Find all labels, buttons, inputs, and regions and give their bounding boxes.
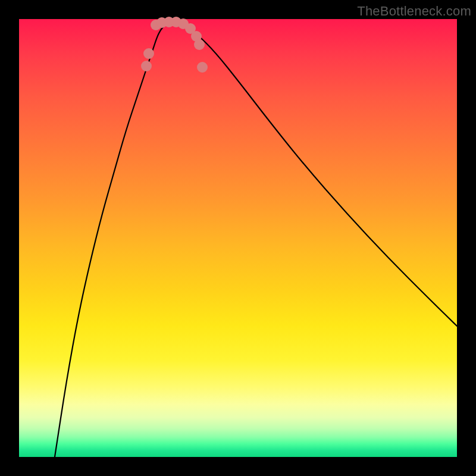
trough-marker-dot	[143, 48, 154, 59]
plot-area	[19, 19, 457, 457]
chart-svg	[19, 19, 457, 457]
trough-marker-dot	[194, 39, 205, 50]
bottleneck-curve	[55, 23, 457, 457]
chart-frame: TheBottleneck.com	[0, 0, 476, 476]
trough-marker-dot	[141, 61, 152, 71]
watermark-text: TheBottleneck.com	[357, 4, 471, 19]
trough-markers	[141, 17, 208, 73]
trough-marker-dot	[197, 62, 208, 73]
bottleneck-curve-path	[55, 23, 457, 457]
